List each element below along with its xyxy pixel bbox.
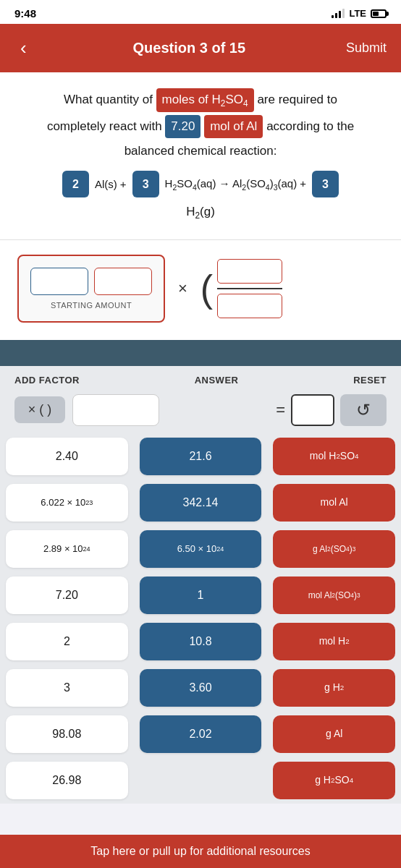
grid-cell-2-3: mol Al — [267, 480, 401, 526]
num-btn-2-40[interactable]: 2.40 — [6, 438, 128, 475]
grid-cell-6-2: 3.60 — [134, 665, 268, 711]
fraction-inputs — [217, 259, 282, 318]
dark-divider — [0, 340, 401, 366]
grid-cell-8-1: 26.98 — [0, 757, 134, 804]
unit-btn-g-h2so4[interactable]: g H2SO4 — [273, 762, 395, 799]
reset-label: RESET — [353, 375, 387, 386]
conversion-area: STARTING AMOUNT × ( — [0, 239, 401, 340]
eq-h2so4: H2SO4(aq) → Al2(SO4)3(aq) + — [165, 175, 307, 194]
network-label: LTE — [349, 8, 366, 19]
num-btn-3[interactable]: 3 — [6, 669, 128, 707]
grid-cell-2-2: 342.14 — [134, 480, 268, 526]
num-btn-avogadro[interactable]: 6.022 × 1023 — [6, 484, 128, 522]
answer-reset-group: = ↺ — [276, 394, 387, 426]
q-text-4: according to the — [266, 119, 354, 133]
num-btn-7-20[interactable]: 7.20 — [6, 576, 128, 614]
calculator-section: ADD FACTOR ANSWER RESET × ( ) = ↺ 2.40 2… — [0, 366, 401, 804]
grid-cell-5-3: mol H2 — [267, 618, 401, 665]
unit-btn-g-al[interactable]: g Al — [273, 715, 395, 753]
question-area: What quantity of moles of H2SO4 are requ… — [0, 72, 401, 239]
header: ‹ Question 3 of 15 Submit — [0, 24, 401, 72]
fraction-numerator[interactable] — [217, 259, 282, 284]
num-btn-2[interactable]: 2 — [6, 623, 128, 660]
equation-area: 2 Al(s) + 3 H2SO4(aq) → Al2(SO4)3(aq) + … — [17, 171, 384, 198]
eq-h2-line: H2(g) — [17, 202, 384, 223]
starting-numerator[interactable] — [30, 268, 88, 295]
starting-input-row — [30, 268, 152, 295]
answer-section: ANSWER — [195, 375, 239, 386]
grid-cell-5-1: 2 — [0, 618, 134, 665]
num-btn-26-98[interactable]: 26.98 — [6, 762, 128, 799]
grid-cell-4-3: mol Al2(SO4)3 — [267, 572, 401, 618]
highlight-h2so4: moles of H2SO4 — [156, 88, 254, 112]
starting-denominator[interactable] — [94, 268, 152, 295]
starting-amount: STARTING AMOUNT — [30, 268, 152, 310]
grid-cell-3-1: 2.89 × 1024 — [0, 526, 134, 572]
question-line-2: completely react with 7.20 mol of Al acc… — [17, 115, 384, 137]
paren-button[interactable]: × ( ) — [14, 396, 65, 423]
answer-box[interactable] — [291, 394, 334, 426]
grid-cell-6-1: 3 — [0, 665, 134, 711]
grid-cell-1-2: 21.6 — [134, 433, 268, 480]
unit-btn-g-h2[interactable]: g H2 — [273, 669, 395, 707]
back-button[interactable]: ‹ — [14, 34, 33, 62]
q-text-3: completely react with — [47, 119, 162, 133]
eq-h2: H2(g) — [186, 205, 215, 218]
calc-header-row: ADD FACTOR ANSWER RESET — [0, 366, 401, 391]
time: 9:48 — [14, 7, 36, 20]
battery-icon — [371, 9, 387, 18]
num-btn-650e24[interactable]: 6.50 × 1024 — [140, 530, 262, 568]
q-text-2: are required to — [257, 93, 337, 106]
q-text-5: balanced chemical reaction: — [124, 144, 277, 158]
grid-cell-1-3: mol H2SO4 — [267, 433, 401, 480]
reset-button[interactable]: ↺ — [340, 394, 387, 426]
brace-icon: ( — [200, 270, 213, 307]
unit-btn-mol-h2[interactable]: mol H2 — [273, 623, 395, 660]
unit-btn-mol-al[interactable]: mol Al — [273, 484, 395, 522]
unit-btn-mol-h2so4[interactable]: mol H2SO4 — [273, 438, 395, 475]
unit-btn-g-al2so43[interactable]: g Al2(SO4)3 — [273, 530, 395, 568]
question-line-1: What quantity of moles of H2SO4 are requ… — [17, 88, 384, 112]
highlight-720: 7.20 — [165, 115, 200, 137]
status-bar: 9:48 LTE — [0, 0, 401, 24]
fraction-line — [217, 288, 282, 289]
num-btn-98-08[interactable]: 98.08 — [6, 715, 128, 753]
grid-cell-4-1: 7.20 — [0, 572, 134, 618]
grid-cell-7-1: 98.08 — [0, 711, 134, 757]
num-btn-21-6[interactable]: 21.6 — [140, 438, 262, 475]
num-btn-1[interactable]: 1 — [140, 576, 262, 614]
fraction-denominator[interactable] — [217, 294, 282, 318]
answer-label: ANSWER — [195, 375, 239, 386]
number-grid: 2.40 21.6 mol H2SO4 6.022 × 1023 342.14 … — [0, 433, 401, 804]
unit-btn-mol-al2so43[interactable]: mol Al2(SO4)3 — [273, 576, 395, 614]
grid-cell-7-3: g Al — [267, 711, 401, 757]
num-btn-10-8[interactable]: 10.8 — [140, 623, 262, 660]
grid-cell-6-3: g H2 — [267, 665, 401, 711]
num-btn-3-60[interactable]: 3.60 — [140, 669, 262, 707]
grid-cell-5-2: 10.8 — [134, 618, 268, 665]
grid-cell-8-3: g H2SO4 — [267, 757, 401, 804]
question-line-3: balanced chemical reaction: — [17, 141, 384, 161]
additional-resources-label: Tap here or pull up for additional resou… — [90, 845, 310, 857]
fraction-area: ( — [200, 259, 282, 318]
factor-input[interactable] — [72, 394, 159, 426]
equals-icon: = — [276, 401, 285, 420]
eq-al: Al(s) + — [95, 176, 127, 193]
grid-cell-3-2: 6.50 × 1024 — [134, 526, 268, 572]
header-title: Question 3 of 15 — [133, 40, 246, 56]
signal-icon — [332, 9, 345, 18]
q-text-1: What quantity of — [64, 93, 153, 106]
eq-num1: 2 — [62, 171, 89, 198]
num-btn-342[interactable]: 342.14 — [140, 484, 262, 522]
starting-label: STARTING AMOUNT — [51, 301, 132, 310]
num-btn-2-02[interactable]: 2.02 — [140, 715, 262, 753]
highlight-mol-al: mol of Al — [204, 115, 263, 137]
status-right: LTE — [332, 8, 387, 19]
additional-resources-bar[interactable]: Tap here or pull up for additional resou… — [0, 835, 401, 868]
eq-num2: 3 — [132, 171, 159, 198]
grid-cell-8-2 — [134, 757, 268, 804]
num-btn-289e24[interactable]: 2.89 × 1024 — [6, 530, 128, 568]
submit-button[interactable]: Submit — [346, 41, 387, 56]
reset-icon: ↺ — [356, 400, 371, 420]
add-factor-label: ADD FACTOR — [14, 375, 80, 386]
